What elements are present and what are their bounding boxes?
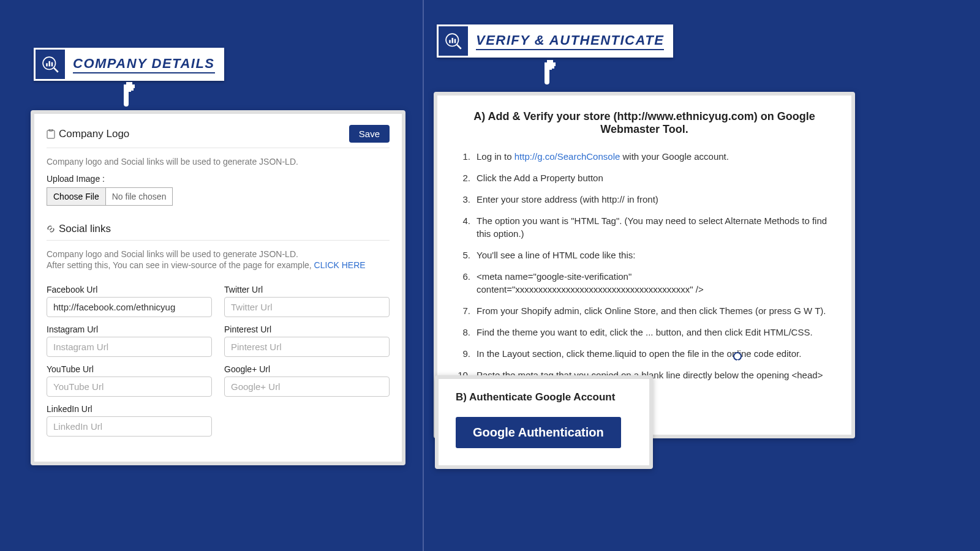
social-helper-text-2: After setting this, You can see in view-… (47, 260, 390, 270)
verify-store-title: A) Add & Verify your store (http://www.e… (454, 110, 834, 136)
social-fields-grid: Facebook Url Twitter Url Instagram Url P… (47, 277, 390, 437)
svg-rect-4 (51, 62, 53, 67)
svg-rect-5 (47, 130, 55, 138)
divider (47, 240, 390, 241)
svg-line-1 (54, 68, 58, 72)
list-item: Click the Add a Property button (454, 167, 834, 189)
verify-authenticate-banner: VERIFY & AUTHENTICATE (437, 24, 673, 58)
list-item: Log in to http://g.co/SearchConsole with… (454, 146, 834, 167)
pinterest-label: Pinterest Url (224, 324, 390, 334)
social-helper-text-1: Company logo and Social links will be us… (47, 249, 390, 259)
svg-rect-9 (449, 40, 451, 43)
vertical-divider (423, 0, 424, 551)
chart-magnify-icon (36, 50, 65, 79)
list-item: Find the theme you want to edit, click t… (454, 321, 834, 343)
svg-rect-3 (48, 61, 50, 67)
social-links-title: Social links (47, 223, 390, 235)
googleplus-input[interactable] (224, 377, 390, 397)
pinterest-input[interactable] (224, 337, 390, 357)
list-item: You'll see a line of HTML code like this… (454, 244, 834, 266)
svg-line-8 (457, 45, 461, 49)
facebook-input[interactable] (47, 297, 212, 317)
authenticate-title: B) Authenticate Google Account (456, 391, 632, 403)
list-item: The option you want is "HTML Tag". (You … (454, 210, 834, 244)
upload-image-label: Upload Image : (47, 174, 390, 184)
linkedin-label: LinkedIn Url (47, 404, 212, 414)
banner-title: COMPANY DETAILS (73, 56, 215, 73)
company-logo-title: Company Logo (47, 128, 129, 140)
list-item: Enter your store address (with http:// i… (454, 189, 834, 210)
instagram-label: Instagram Url (47, 324, 212, 334)
save-button[interactable]: Save (349, 125, 390, 143)
divider (47, 148, 390, 148)
pointing-hand-down-icon (536, 58, 560, 82)
list-item: <meta name="google-site-verification" co… (454, 266, 834, 300)
banner-title: VERIFY & AUTHENTICATE (476, 32, 664, 50)
list-item: From your Shopify admin, click Online St… (454, 300, 834, 321)
google-authentication-button[interactable]: Google Authentication (456, 417, 621, 448)
company-details-banner: COMPANY DETAILS (34, 48, 224, 81)
choose-file-button[interactable]: Choose File (47, 188, 106, 205)
twitter-input[interactable] (224, 297, 390, 317)
list-item: In the Layout section, click theme.liqui… (454, 343, 834, 364)
link-icon (47, 225, 55, 233)
file-input[interactable]: Choose File No file chosen (47, 187, 173, 206)
youtube-input[interactable] (47, 377, 212, 397)
authenticate-card: B) Authenticate Google Account Google Au… (435, 375, 653, 469)
chart-magnify-icon (439, 26, 468, 56)
facebook-label: Facebook Url (47, 285, 212, 294)
pointing-hand-down-icon (115, 80, 140, 104)
svg-rect-2 (46, 63, 48, 66)
file-status-text: No file chosen (106, 188, 173, 205)
twitter-label: Twitter Url (224, 285, 390, 294)
search-console-link[interactable]: http://g.co/SearchConsole (514, 151, 620, 162)
instagram-input[interactable] (47, 337, 212, 357)
curved-arrow-icon (649, 356, 760, 442)
googleplus-label: Google+ Url (224, 364, 390, 374)
clipboard-icon (47, 129, 55, 139)
linkedin-input[interactable] (47, 416, 212, 437)
click-here-link[interactable]: CLICK HERE (314, 260, 366, 270)
svg-rect-11 (454, 39, 456, 43)
company-details-card: Company Logo Save Company logo and Socia… (31, 110, 405, 465)
logo-helper-text: Company logo and Social links will be us… (47, 157, 390, 167)
svg-rect-10 (451, 38, 453, 43)
youtube-label: YouTube Url (47, 364, 212, 374)
